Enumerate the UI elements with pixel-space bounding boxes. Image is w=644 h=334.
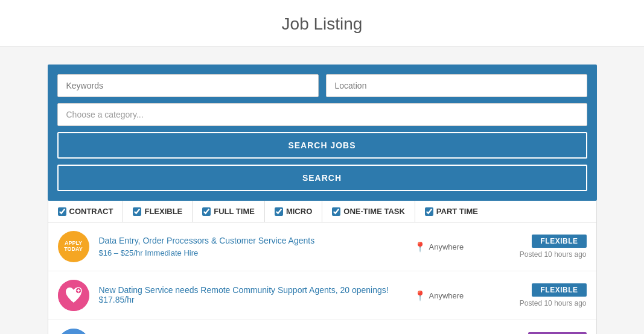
job-badge-area: FLEXIBLE Posted 10 hours ago bbox=[502, 283, 587, 307]
search-jobs-button[interactable]: SEARCH JOBS bbox=[57, 132, 587, 159]
filter-contract[interactable]: CONTRACT bbox=[48, 201, 124, 222]
filter-label-micro: MICRO bbox=[286, 207, 312, 216]
filter-checkbox-full-time[interactable] bbox=[202, 207, 211, 216]
keywords-input[interactable] bbox=[57, 74, 319, 97]
filter-label-one-time-task: ONE-TIME TASK bbox=[343, 207, 405, 216]
filter-flexible[interactable]: FLEXIBLE bbox=[123, 201, 193, 222]
category-select[interactable]: Choose a category... bbox=[57, 103, 587, 126]
job-logo-data bbox=[58, 329, 89, 334]
filter-label-flexible: FLEXIBLE bbox=[144, 207, 182, 216]
job-location-text: Anywhere bbox=[429, 291, 464, 300]
job-posted: Posted 10 hours ago bbox=[502, 299, 587, 307]
location-pin-icon: 📍 bbox=[414, 241, 426, 253]
job-location-text: Anywhere bbox=[429, 242, 464, 251]
location-pin-icon: 📍 bbox=[414, 290, 426, 301]
filter-checkbox-part-time[interactable] bbox=[425, 207, 433, 216]
filter-row: CONTRACT FLEXIBLE FULL TIME MICRO ONE-TI… bbox=[48, 201, 597, 222]
filter-full-time[interactable]: FULL TIME bbox=[193, 201, 265, 222]
job-info: New Dating Service needs Remote Communit… bbox=[99, 285, 404, 306]
search-button[interactable]: SEARCH bbox=[57, 165, 587, 191]
filter-checkbox-flexible[interactable] bbox=[133, 207, 141, 216]
job-row: APPLY TODAY Data Entry, Order Processors… bbox=[48, 222, 596, 271]
job-posted: Posted 10 hours ago bbox=[502, 250, 587, 259]
search-panel: Choose a category... SEARCH JOBS SEARCH bbox=[48, 65, 597, 201]
filter-label-contract: CONTRACT bbox=[69, 207, 113, 216]
filter-label-full-time: FULL TIME bbox=[214, 207, 255, 216]
page-header: Job Listing bbox=[0, 0, 644, 46]
filter-one-time-task[interactable]: ONE-TIME TASK bbox=[322, 201, 415, 222]
job-logo-apply: APPLY TODAY bbox=[58, 231, 89, 262]
job-list: APPLY TODAY Data Entry, Order Processors… bbox=[48, 222, 597, 334]
job-badge: FLEXIBLE bbox=[532, 235, 586, 248]
job-info: Data Entry, Order Processors & Customer … bbox=[99, 236, 404, 258]
job-salary: $16 – $25/hr Immediate Hire bbox=[99, 248, 199, 257]
job-location: 📍 Anywhere bbox=[414, 290, 493, 301]
job-badge-area: FLEXIBLE Posted 10 hours ago bbox=[502, 235, 587, 259]
filter-label-part-time: PART TIME bbox=[436, 207, 478, 216]
keyword-location-row bbox=[57, 74, 587, 97]
filter-checkbox-one-time-task[interactable] bbox=[332, 207, 340, 216]
main-content: Choose a category... SEARCH JOBS SEARCH … bbox=[42, 65, 603, 334]
job-title[interactable]: New Dating Service needs Remote Communit… bbox=[99, 285, 404, 304]
page-wrapper: Job Listing Choose a category... SEARCH … bbox=[0, 0, 644, 334]
filter-micro[interactable]: MICRO bbox=[265, 201, 322, 222]
job-badge: FLEXIBLE bbox=[532, 283, 586, 297]
page-title: Job Listing bbox=[0, 0, 644, 46]
filter-checkbox-contract[interactable] bbox=[58, 207, 66, 216]
filter-checkbox-micro[interactable] bbox=[275, 207, 283, 216]
job-logo-dating bbox=[58, 280, 89, 311]
job-row: Data Research, Data Entry, $15/hr 📍 Anyw… bbox=[48, 320, 596, 334]
svg-point-4 bbox=[58, 329, 89, 334]
filter-part-time[interactable]: PART TIME bbox=[415, 201, 488, 222]
job-row: New Dating Service needs Remote Communit… bbox=[48, 271, 596, 320]
job-title[interactable]: Data Entry, Order Processors & Customer … bbox=[99, 236, 404, 245]
job-location: 📍 Anywhere bbox=[414, 241, 493, 253]
location-input[interactable] bbox=[326, 74, 587, 97]
